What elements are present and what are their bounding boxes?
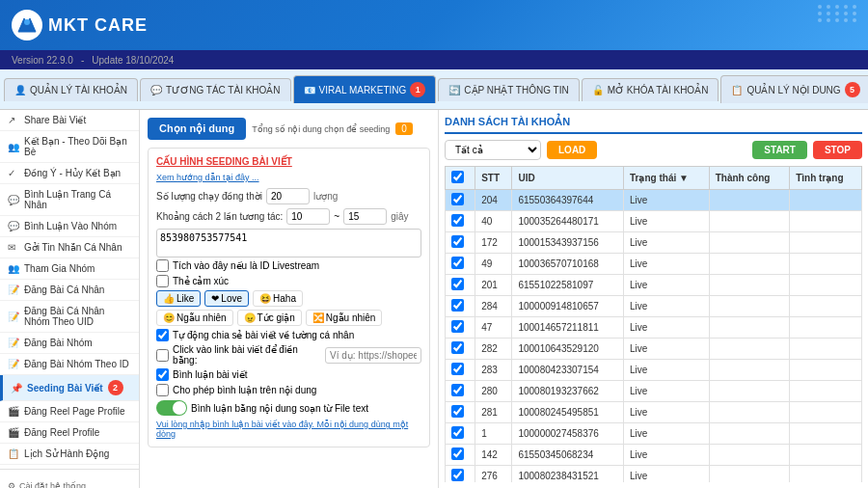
khoang-cach-input2[interactable] — [343, 208, 387, 225]
select-all-checkbox[interactable] — [451, 171, 464, 183]
tab-tuong-tac[interactable]: 💬 TƯƠNG TÁC TÀI KHOẢN — [140, 78, 291, 101]
row-uid: 100080193237662 — [512, 381, 624, 402]
url-input[interactable] — [325, 347, 421, 364]
toggle-knob — [173, 401, 186, 415]
row-checkbox-cell — [446, 360, 475, 381]
click-checkbox[interactable] — [156, 349, 169, 362]
btn-love[interactable]: ❤ Love — [204, 290, 249, 307]
sidebar-item-seeding[interactable]: 📌 Seeding Bài Viết 2 — [0, 375, 139, 401]
cam-xuc-checkbox[interactable] — [156, 275, 169, 287]
row-checkbox[interactable] — [451, 299, 464, 312]
tab-label: QUẢN LÝ NỘI DUNG — [746, 85, 840, 95]
row-checkbox[interactable] — [451, 341, 464, 354]
row-success — [709, 254, 790, 275]
so-luong-input[interactable] — [266, 188, 310, 204]
sidebar-item-reel[interactable]: 🎬 Đăng Reel Profile — [0, 422, 139, 444]
sidebar-item-share[interactable]: ↗ Share Bài Viết — [0, 110, 139, 131]
row-checkbox[interactable] — [451, 405, 464, 418]
comment2-icon: 💬 — [8, 221, 19, 231]
row-checkbox[interactable] — [451, 193, 464, 205]
row-checkbox[interactable] — [451, 214, 464, 227]
row-stt: 280 — [475, 381, 512, 402]
sidebar-item-dang-bai-uid[interactable]: 📝 Đăng Bài Cá Nhân Nhóm Theo UID — [0, 301, 139, 333]
footer-cai-dat[interactable]: ⚙ Cài đặt hệ thống — [8, 479, 131, 488]
sidebar-item-binh-luan-trang[interactable]: 💬 Bình Luận Trang Cá Nhân — [0, 184, 139, 216]
share-icon: ↗ — [8, 115, 19, 125]
btn-haha[interactable]: 😆 Haha — [253, 290, 303, 307]
btn-stop[interactable]: STOP — [813, 141, 862, 159]
livestream-checkbox-row: Tích vào đây nếu là ID Livestream — [156, 259, 421, 272]
comment-icon: 💬 — [8, 195, 19, 205]
sidebar-item-dang-nhom[interactable]: 📝 Đăng Bài Nhóm — [0, 333, 139, 354]
tab-icon: 💬 — [150, 85, 162, 95]
btn-chon-noi-dung[interactable]: Chọn nội dung — [148, 118, 246, 140]
khoang-cach-row: Khoảng cách 2 lần tương tác: ~ giây — [156, 208, 421, 225]
tab-viral-marketing[interactable]: 📧 VIRAL MARKETING 1 — [293, 75, 437, 103]
row-uid: 100035264480171 — [512, 211, 624, 232]
btn-like[interactable]: 👍 Like — [156, 290, 201, 307]
sidebar-item-dong-y[interactable]: ✓ Đồng Ý - Hủy Kết Bạn — [0, 163, 139, 184]
btn-ngau-nhien[interactable]: 😊 Ngẫu nhiên — [156, 310, 233, 326]
sidebar-item-dang-nhom-id[interactable]: 📝 Đăng Bài Nhóm Theo ID — [0, 354, 139, 375]
friend-icon: 👥 — [8, 142, 19, 152]
haha-label: Haha — [273, 293, 296, 304]
khoang-cach-input1[interactable] — [286, 208, 330, 225]
cho-phep-checkbox[interactable] — [156, 384, 169, 396]
row-checkbox[interactable] — [451, 384, 464, 396]
so-luong-label: Số lượng chạy đồng thời — [156, 191, 262, 202]
tab-mo-khoa[interactable]: 🔓 MỞ KHÓA TÀI KHOẢN — [582, 78, 719, 101]
sidebar-item-reel-page[interactable]: 🎬 Đăng Reel Page Profile — [0, 401, 139, 422]
row-checkbox[interactable] — [451, 363, 464, 375]
row-stt: 201 — [475, 275, 512, 296]
tab-quan-ly-tai-khoan[interactable]: 👤 QUẢN LÝ TÀI KHOẢN — [4, 78, 138, 101]
header: MKT CARE — [0, 0, 868, 50]
danh-sach-title: DANH SÁCH TÀI KHOẢN — [445, 116, 862, 134]
tu-dong-checkbox[interactable] — [156, 329, 169, 341]
row-checkbox[interactable] — [451, 447, 464, 460]
table-row: 49 100036570710168 Live — [446, 254, 862, 275]
sidebar-item-lich-su[interactable]: 📋 Lịch Sử Hành Động — [0, 444, 139, 465]
bottom-link[interactable]: Vui lòng nhập bình luận bài viết vào đây… — [156, 420, 421, 439]
tab-quan-ly-noi-dung[interactable]: 📋 QUẢN LÝ NỘI DUNG 5 — [720, 75, 868, 103]
table-row: 281 100080245495851 Live — [446, 402, 862, 423]
post3-icon: 📝 — [8, 338, 19, 348]
uid-textarea[interactable]: 853980753577541 — [156, 229, 421, 258]
table-row: 282 100010643529120 Live — [446, 339, 862, 360]
sidebar-item-gui-tin[interactable]: ✉ Gởi Tin Nhắn Cá Nhân — [0, 237, 139, 258]
binh-luan-checkbox[interactable] — [156, 368, 169, 381]
row-success — [709, 423, 790, 445]
row-stt: 142 — [475, 445, 512, 466]
sidebar-item-binh-luan-nhom[interactable]: 💬 Bình Luận Vào Nhóm — [0, 216, 139, 237]
row-condition — [790, 190, 862, 211]
row-checkbox[interactable] — [451, 320, 464, 333]
btn-start[interactable]: START — [752, 141, 807, 159]
row-checkbox[interactable] — [451, 426, 464, 439]
btn-load[interactable]: LOAD — [547, 141, 597, 159]
filter-select[interactable]: Tất cả Live Die — [445, 140, 541, 160]
tab-icon: 📋 — [731, 85, 743, 95]
post2-icon: 📝 — [8, 312, 19, 322]
row-uid: 100080245495851 — [512, 402, 624, 423]
row-status: Live — [624, 296, 710, 317]
table-row: 201 61551022581097 Live — [446, 275, 862, 296]
row-checkbox[interactable] — [451, 257, 464, 269]
row-condition — [790, 381, 862, 402]
btn-ngau-nhien2[interactable]: 🔀 Ngẫu nhiên — [306, 310, 383, 326]
livestream-checkbox[interactable] — [156, 259, 169, 272]
sidebar-item-dang-bai[interactable]: 📝 Đăng Bài Cá Nhân — [0, 280, 139, 301]
row-checkbox[interactable] — [451, 235, 464, 248]
row-checkbox[interactable] — [451, 469, 464, 481]
btn-tuc-gian[interactable]: 😠 Tức giận — [237, 310, 302, 326]
like-icon: 👍 — [163, 293, 175, 304]
row-condition — [790, 254, 862, 275]
config-link[interactable]: Xem hướng dẫn tại đây ... — [156, 173, 421, 182]
row-success — [709, 232, 790, 254]
sidebar-label: Đồng Ý - Hủy Kết Bạn — [24, 168, 121, 178]
toggle-binh-luan[interactable] — [156, 400, 187, 416]
row-checkbox-cell — [446, 339, 475, 360]
tab-cap-nhat[interactable]: 🔄 CẬP NHẬT THÔNG TIN — [438, 78, 579, 101]
row-checkbox[interactable] — [451, 278, 464, 290]
row-stt: 283 — [475, 360, 512, 381]
sidebar-item-tham-gia[interactable]: 👥 Tham Gia Nhóm — [0, 258, 139, 280]
sidebar-item-ket-ban[interactable]: 👥 Kết Bạn - Theo Dõi Bạn Bè — [0, 131, 139, 163]
